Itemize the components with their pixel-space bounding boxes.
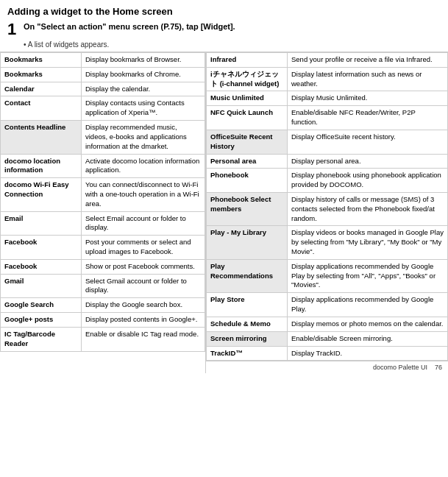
row-desc: Display memos or photo memos on the cale… xyxy=(288,317,448,331)
table-row: Screen mirroringEnable/disable Screen mi… xyxy=(207,331,448,346)
table-row: Play - My LibraryDisplay videos or books… xyxy=(207,226,448,259)
row-desc: Display latest information such as news … xyxy=(288,67,448,91)
row-desc: Display videos or books managed in Googl… xyxy=(288,226,448,259)
table-row: FacebookShow or post Facebook comments. xyxy=(1,259,205,274)
row-label: TrackID™ xyxy=(207,346,288,361)
step-subtext: • A list of widgets appears. xyxy=(24,40,441,49)
table-row: EmailSelect Email account or folder to d… xyxy=(1,211,205,236)
row-desc: Display posted contents in Google+. xyxy=(82,313,205,328)
table-row: ContactDisplay contacts using Contacts a… xyxy=(1,96,205,121)
row-desc: Display history of calls or message (SMS… xyxy=(288,192,448,225)
row-label: NFC Quick Launch xyxy=(207,106,288,130)
row-desc: Display bookmarks of Browser. xyxy=(82,53,205,68)
table-row: Music UnlimitedDisplay Music Unlimited. xyxy=(207,91,448,106)
step-instruction: On "Select an action" menu screen (P.75)… xyxy=(24,21,235,32)
table-row: Personal areaDisplay personal area. xyxy=(207,154,448,169)
right-table: InfraredSend your profile or receive a f… xyxy=(206,52,448,361)
row-desc: Activate docomo location information app… xyxy=(82,154,205,178)
row-desc: Display Music Unlimited. xyxy=(288,91,448,106)
table-row: Google+ postsDisplay posted contents in … xyxy=(1,313,205,328)
row-label: iチャネルウィジェット (i-channel widget) xyxy=(207,67,288,91)
footer-page: 76 xyxy=(435,364,442,371)
row-desc: Post your comments or select and upload … xyxy=(82,236,205,260)
page-header: Adding a widget to the Home screen 1 On … xyxy=(0,0,448,52)
table-row: Schedule & MemoDisplay memos or photo me… xyxy=(207,317,448,331)
row-label: Play Recommendations xyxy=(207,259,288,292)
page-title: Adding a widget to the Home screen xyxy=(7,6,441,17)
row-label: IC Tag/Barcode Reader xyxy=(1,327,82,351)
row-desc: Display the Google search box. xyxy=(82,298,205,313)
left-column: BookmarksDisplay bookmarks of Browser.Bo… xyxy=(0,52,206,373)
table-row: CalendarDisplay the calendar. xyxy=(1,82,205,96)
table-row: Contents HeadlineDisplay recommended mus… xyxy=(1,121,205,154)
row-label: Contents Headline xyxy=(1,121,82,154)
table-row: docomo Wi-Fi Easy ConnectionYou can conn… xyxy=(1,178,205,211)
table-row: TrackID™Display TrackID. xyxy=(207,346,448,361)
table-row: InfraredSend your profile or receive a f… xyxy=(207,53,448,68)
row-label: Gmail xyxy=(1,274,82,298)
row-desc: Send your profile or receive a file via … xyxy=(288,53,448,68)
left-table: BookmarksDisplay bookmarks of Browser.Bo… xyxy=(0,52,205,352)
footer-bar: docomo Palette UI 76 xyxy=(206,361,448,373)
row-desc: Show or post Facebook comments. xyxy=(82,259,205,274)
step-number: 1 xyxy=(7,21,19,38)
row-label: Play Store xyxy=(207,293,288,317)
row-label: Music Unlimited xyxy=(207,91,288,106)
row-label: Facebook xyxy=(1,236,82,260)
row-desc: Display OfficeSuite recent history. xyxy=(288,130,448,154)
row-desc: Display TrackID. xyxy=(288,346,448,361)
row-label: Personal area xyxy=(207,154,288,169)
row-desc: Enable/disable Screen mirroring. xyxy=(288,331,448,346)
row-label: Phonebook Select members xyxy=(207,192,288,225)
table-row: Phonebook Select membersDisplay history … xyxy=(207,192,448,225)
row-label: Google Search xyxy=(1,298,82,313)
row-label: Google+ posts xyxy=(1,313,82,328)
table-row: iチャネルウィジェット (i-channel widget)Display la… xyxy=(207,67,448,91)
table-row: OfficeSuite Recent HistoryDisplay Office… xyxy=(207,130,448,154)
row-label: Email xyxy=(1,211,82,236)
table-row: Google SearchDisplay the Google search b… xyxy=(1,298,205,313)
row-label: Bookmarks xyxy=(1,67,82,82)
row-label: Phonebook xyxy=(207,169,288,193)
row-desc: Enable/disable NFC Reader/Writer, P2P fu… xyxy=(288,106,448,130)
row-label: Schedule & Memo xyxy=(207,317,288,331)
row-label: Bookmarks xyxy=(1,53,82,68)
row-desc: Display phonebook using phonebook applic… xyxy=(288,169,448,193)
table-row: FacebookPost your comments or select and… xyxy=(1,236,205,260)
row-desc: Display applications recommended by Goog… xyxy=(288,293,448,317)
row-desc: Select Email account or folder to displa… xyxy=(82,211,205,236)
row-desc: Display bookmarks of Chrome. xyxy=(82,67,205,82)
row-label: Infrared xyxy=(207,53,288,68)
table-row: IC Tag/Barcode ReaderEnable or disable I… xyxy=(1,327,205,351)
row-desc: You can connect/disconnect to Wi-Fi with… xyxy=(82,178,205,211)
row-label: Calendar xyxy=(1,82,82,96)
row-label: docomo Wi-Fi Easy Connection xyxy=(1,178,82,211)
row-desc: Display recommended music, videos, e-boo… xyxy=(82,121,205,154)
row-desc: Display personal area. xyxy=(288,154,448,169)
right-column: InfraredSend your profile or receive a f… xyxy=(206,52,448,373)
row-desc: Display the calendar. xyxy=(82,82,205,96)
row-desc: Enable or disable IC Tag read mode. xyxy=(82,327,205,351)
main-layout: BookmarksDisplay bookmarks of Browser.Bo… xyxy=(0,52,448,373)
row-label: Screen mirroring xyxy=(207,331,288,346)
row-desc: Display applications recommended by Goog… xyxy=(288,259,448,292)
table-row: Play RecommendationsDisplay applications… xyxy=(207,259,448,292)
row-desc: Display contacts using Contacts applicat… xyxy=(82,96,205,121)
table-row: Play StoreDisplay applications recommend… xyxy=(207,293,448,317)
table-row: BookmarksDisplay bookmarks of Browser. xyxy=(1,53,205,68)
table-row: GmailSelect Gmail account or folder to d… xyxy=(1,274,205,298)
row-label: docomo location information xyxy=(1,154,82,178)
table-row: NFC Quick LaunchEnable/disable NFC Reade… xyxy=(207,106,448,130)
table-row: docomo location informationActivate doco… xyxy=(1,154,205,178)
table-row: BookmarksDisplay bookmarks of Chrome. xyxy=(1,67,205,82)
row-label: Contact xyxy=(1,96,82,121)
footer-text: docomo Palette UI xyxy=(373,364,427,371)
row-desc: Select Gmail account or folder to displa… xyxy=(82,274,205,298)
row-label: Play - My Library xyxy=(207,226,288,259)
row-label: OfficeSuite Recent History xyxy=(207,130,288,154)
table-row: PhonebookDisplay phonebook using phonebo… xyxy=(207,169,448,193)
row-label: Facebook xyxy=(1,259,82,274)
